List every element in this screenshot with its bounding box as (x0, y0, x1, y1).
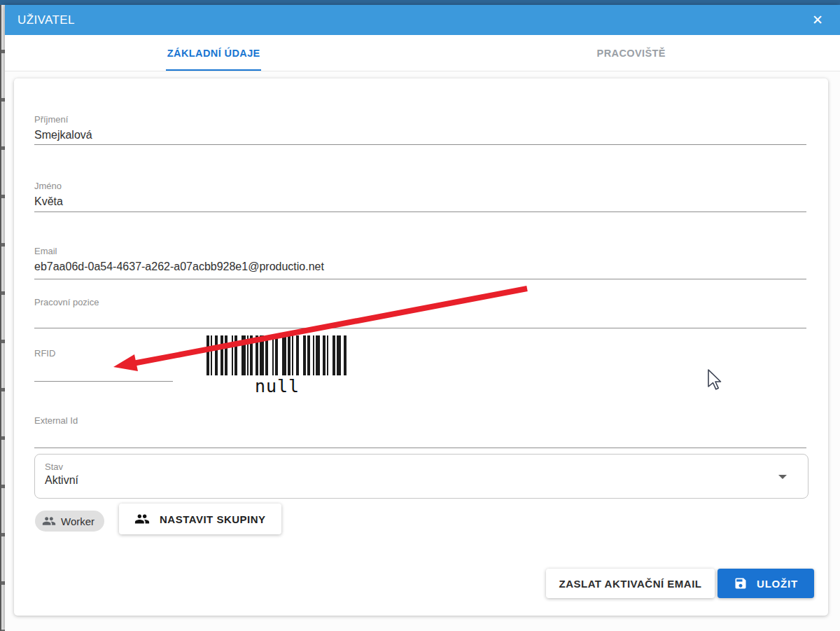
rfid-field[interactable]: RFID (34, 347, 173, 382)
close-button[interactable]: ✕ (808, 11, 827, 30)
set-groups-label: NASTAVIT SKUPINY (160, 513, 266, 525)
external-id-field[interactable]: External Id (34, 415, 806, 448)
dialog-title: UŽIVATEL (18, 13, 75, 27)
email-value: eb7aa06d-0a54-4637-a262-a07acbb928e1@pro… (34, 259, 806, 275)
tab-workplaces[interactable]: PRACOVIŠTĚ (423, 35, 840, 71)
status-label: Stav (45, 462, 63, 472)
role-chip-label: Worker (61, 515, 94, 527)
surname-field[interactable]: Příjmení Smejkalová (34, 113, 806, 145)
barcode-bars (206, 335, 348, 375)
group-icon (134, 511, 150, 527)
background-page-left-strip (0, 5, 5, 631)
save-icon (734, 576, 748, 590)
set-groups-button[interactable]: NASTAVIT SKUPINY (119, 504, 281, 534)
group-icon (42, 514, 56, 528)
tab-basic-data[interactable]: ZÁKLADNÍ ÚDAJE (5, 35, 423, 71)
send-activation-email-button[interactable]: ZASLAT AKTIVAČNÍ EMAIL (546, 569, 715, 598)
status-select[interactable]: Stav Aktivní (34, 454, 808, 499)
surname-label: Příjmení (34, 113, 806, 125)
email-label: Email (34, 245, 806, 257)
role-chip-worker[interactable]: Worker (35, 511, 104, 532)
form-card: Příjmení Smejkalová Jméno Květa Email eb… (14, 78, 828, 616)
firstname-label: Jméno (34, 180, 806, 192)
background-page-top-strip (0, 0, 840, 5)
external-id-label: External Id (34, 415, 806, 427)
position-label: Pracovní pozice (34, 296, 806, 308)
chevron-down-icon (778, 475, 787, 479)
user-dialog: UŽIVATEL ✕ ZÁKLADNÍ ÚDAJE PRACOVIŠTĚ Pří… (5, 5, 840, 631)
position-field[interactable]: Pracovní pozice (34, 296, 806, 328)
firstname-field[interactable]: Jméno Květa (34, 180, 806, 212)
status-value: Aktivní (45, 474, 78, 487)
dialog-header: UŽIVATEL ✕ (5, 5, 840, 35)
rfid-label: RFID (34, 347, 173, 359)
close-icon: ✕ (812, 12, 823, 28)
surname-value: Smejkalová (34, 127, 806, 143)
save-label: ULOŽIT (757, 578, 798, 590)
barcode-text: null (206, 376, 348, 396)
tab-label: PRACOVIŠTĚ (597, 48, 666, 59)
tab-bar: ZÁKLADNÍ ÚDAJE PRACOVIŠTĚ (5, 35, 840, 71)
tab-label: ZÁKLADNÍ ÚDAJE (167, 48, 260, 59)
email-field[interactable]: Email eb7aa06d-0a54-4637-a262-a07acbb928… (34, 245, 806, 279)
rfid-barcode: null (206, 335, 348, 396)
firstname-value: Květa (34, 194, 806, 209)
save-button[interactable]: ULOŽIT (718, 569, 814, 598)
